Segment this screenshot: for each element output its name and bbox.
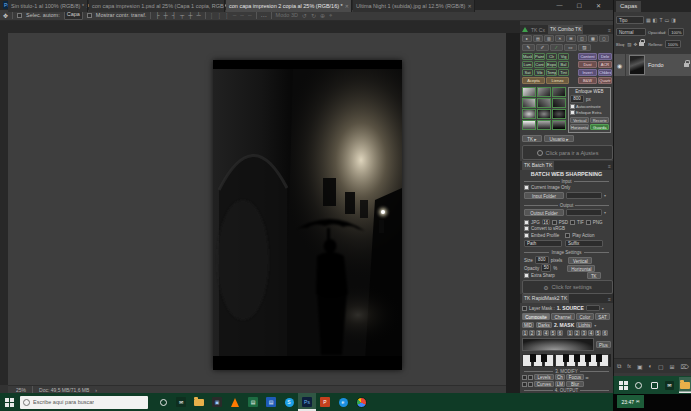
taskbar-photoshop-active[interactable]: Ps [298, 393, 316, 411]
plus-button[interactable]: Plus [596, 341, 611, 348]
close-button[interactable]: ✕ [596, 2, 601, 9]
align-left-icon[interactable]: ├ [155, 12, 159, 18]
mask-thumb[interactable] [537, 87, 551, 97]
lock-move-icon[interactable]: ✥ [633, 42, 637, 47]
maximize-button[interactable]: ☐ [577, 2, 582, 9]
tk-icon-pattern[interactable]: ▩ [588, 35, 598, 42]
tk-icon-blank[interactable]: ◻ [599, 35, 609, 42]
close-tab-icon[interactable]: ✕ [467, 3, 471, 9]
taskbar-cortana[interactable] [154, 393, 172, 411]
3d-rotate-icon[interactable]: ↺ [302, 12, 307, 19]
doc-tab-2[interactable]: con capa impresion 1.psd al 25% (Capa 1 … [89, 0, 225, 12]
paint-button[interactable]: Paint [534, 53, 545, 60]
tk-icon-grid[interactable]: ⊞ [566, 35, 576, 42]
taskbar-word[interactable]: ▤ [262, 393, 280, 411]
blur-button[interactable]: Blur [566, 381, 584, 387]
enfoque-extra-checkbox[interactable] [570, 110, 575, 115]
tk-icon-doc[interactable]: ▥ [544, 35, 554, 42]
chevron-down-icon[interactable]: ▾ [604, 193, 606, 198]
layer-thumbnail[interactable] [629, 55, 645, 75]
mask-thumb[interactable] [522, 98, 536, 108]
sat-button[interactable]: SAT [595, 313, 610, 320]
3d-roll-icon[interactable]: ↻ [311, 12, 316, 19]
size-field[interactable]: 800 [535, 256, 549, 264]
expo-button[interactable]: Expo [546, 61, 557, 68]
modify-r-checkbox[interactable] [528, 382, 533, 387]
lights-2-button[interactable]: 2 [529, 330, 535, 336]
lights-4-button[interactable]: 4 [543, 330, 549, 336]
auto-select-checkbox[interactable] [17, 13, 22, 18]
3d-slide-icon[interactable]: ⌖ [329, 12, 332, 19]
acr-button[interactable]: ACR [598, 61, 612, 68]
horizontal-output-button[interactable]: Horizontal [567, 265, 595, 272]
dele-button[interactable]: Dele [598, 53, 612, 60]
align-bottom-icon[interactable]: ┴ [197, 12, 201, 18]
suffix-dropdown[interactable]: Suffix [565, 240, 603, 247]
adjustment-layer-icon[interactable]: ◐ [648, 363, 652, 369]
mask-thumb[interactable] [522, 87, 536, 97]
taskbar-photos[interactable]: ▣ [208, 393, 226, 411]
layer-row-fondo[interactable]: ◉ Fondo [614, 54, 691, 76]
blend-mode-dropdown[interactable]: Normal [616, 28, 646, 36]
temp-button[interactable]: Temp [546, 69, 557, 76]
rect-icon[interactable]: ▭ [564, 44, 577, 51]
guarda-button[interactable]: Guarda [590, 124, 609, 130]
lights-5-button[interactable]: 5 [550, 330, 556, 336]
mail-button-secondary[interactable]: ✉ [663, 377, 675, 393]
chkbrd-button[interactable]: Chkbrd [598, 69, 612, 76]
taskbar-chrome[interactable] [352, 393, 370, 411]
taskbar-excel[interactable]: ▤ [244, 393, 262, 411]
tab-tk-combo[interactable]: TK Combo TK [548, 25, 584, 34]
opacity-field[interactable]: 50 [541, 264, 551, 272]
modify-w-checkbox[interactable] [528, 375, 533, 380]
horizontal-button[interactable]: Horizontal [570, 124, 589, 130]
go-to-settings-button[interactable]: Click para ir a Ajustes [522, 145, 613, 160]
mask-thumb[interactable] [552, 98, 566, 108]
panel-menu-icon[interactable]: ≡ [608, 163, 611, 169]
doc-tab-4[interactable]: Ultima Night 1 (subida).jpg al 12.5% (RG… [353, 0, 475, 12]
taskbar-edge[interactable]: e [334, 393, 352, 411]
levels-button[interactable]: Levels [534, 374, 554, 380]
zone-piano-keys[interactable] [522, 354, 611, 367]
new-group-icon[interactable]: ▢ [658, 363, 664, 370]
new-layer-icon[interactable]: ⊞ [670, 363, 675, 370]
darks-5-button[interactable]: 5 [595, 330, 601, 336]
mask-thumb[interactable] [537, 120, 551, 130]
tif-checkbox[interactable] [570, 220, 575, 225]
invert-button[interactable]: Invert [578, 69, 597, 76]
lights-button[interactable]: Lights [576, 322, 592, 328]
darks-3-button[interactable]: 3 [581, 330, 587, 336]
darks-4-button[interactable]: 4 [588, 330, 594, 336]
delete-layer-icon[interactable]: ⌦ [680, 363, 688, 370]
cortana-button-secondary[interactable] [632, 377, 644, 393]
taskbar-clock[interactable]: 23:47 ✉ [617, 395, 644, 408]
vib-button[interactable]: Vib [534, 69, 545, 76]
mask-thumb[interactable] [552, 87, 566, 97]
mask-thumb[interactable] [522, 120, 536, 130]
dust-button[interactable]: Dust [578, 61, 597, 68]
bw-button[interactable]: B&W [578, 77, 597, 84]
vertical-output-button[interactable]: Vertical [568, 257, 592, 264]
lock-pixels-icon[interactable]: ▨ [627, 42, 631, 47]
brush-green-icon[interactable]: ∕ [550, 44, 563, 51]
zoom-level[interactable]: 25% [16, 387, 26, 393]
content-button[interactable]: Content [578, 53, 597, 60]
quartr-button[interactable]: Quartr [598, 77, 612, 84]
distribute-v-center-icon[interactable]: ┆ [217, 12, 221, 19]
web-size-field[interactable]: 800 [570, 95, 584, 103]
status-chevron-icon[interactable]: › [95, 387, 97, 393]
close-tab-icon[interactable]: ✕ [345, 3, 349, 9]
visibility-eye-icon[interactable]: ◉ [614, 54, 626, 76]
acepta-button[interactable]: Acepta [522, 77, 545, 84]
distribute-h-right-icon[interactable]: ┄ [248, 12, 252, 19]
filter-adjustment-icon[interactable]: ◧ [653, 17, 658, 23]
lights-6-button[interactable]: 6 [557, 330, 563, 336]
bitdepth-field[interactable]: 16 [542, 219, 550, 225]
mask-thumb[interactable] [552, 109, 566, 119]
spinner-icon[interactable]: ◂▸ [585, 375, 589, 380]
layer-name[interactable]: Fondo [648, 62, 684, 68]
mask-thumb[interactable] [522, 109, 536, 119]
add-mask-icon[interactable]: ▣ [637, 363, 643, 370]
explorer-button-secondary[interactable] [679, 377, 691, 393]
source-dropdown[interactable] [586, 305, 600, 311]
